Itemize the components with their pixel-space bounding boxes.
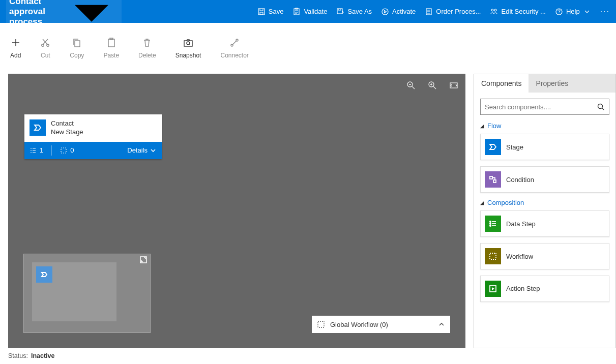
collapse-icon: ◢ <box>480 123 484 129</box>
minimap-stage-node <box>36 266 52 283</box>
security-label: Edit Security ... <box>501 8 545 15</box>
fit-screen-icon[interactable] <box>449 81 458 90</box>
paste-button[interactable]: Paste <box>103 38 119 59</box>
search-input[interactable] <box>485 103 597 111</box>
component-condition[interactable]: Condition <box>480 166 609 193</box>
more-button[interactable]: ··· <box>600 7 610 16</box>
copy-label: Copy <box>70 52 84 59</box>
status-label: Status: <box>8 352 28 359</box>
stage-icon <box>485 139 501 155</box>
connector-icon <box>229 38 240 48</box>
svg-rect-0 <box>258 9 265 15</box>
workflow-dashed-icon <box>317 320 325 328</box>
data-step-icon <box>485 216 501 232</box>
copy-button[interactable]: Copy <box>70 38 84 59</box>
svg-point-30 <box>490 225 491 226</box>
stage-steps-count: 1 <box>30 146 43 154</box>
details-button[interactable]: Details <box>127 146 157 154</box>
workflow-dashed-icon <box>60 147 67 154</box>
help-icon <box>555 8 563 16</box>
global-workflow-bar[interactable]: Global Workflow (0) <box>312 316 450 333</box>
component-label: Workflow <box>506 253 533 260</box>
search-components[interactable] <box>480 99 609 115</box>
save-as-icon <box>336 8 344 16</box>
help-label: Help <box>566 8 580 15</box>
tab-components[interactable]: Components <box>474 74 529 93</box>
app-header: Contact approval process Save Validate S… <box>0 0 616 23</box>
chevron-down-icon <box>583 8 591 16</box>
component-stage[interactable]: Stage <box>480 134 609 160</box>
component-label: Condition <box>506 176 534 184</box>
delete-button[interactable]: Delete <box>138 38 156 59</box>
save-button[interactable]: Save <box>257 8 284 16</box>
add-button[interactable]: Add <box>10 38 21 59</box>
svg-point-29 <box>490 223 491 224</box>
component-workflow[interactable]: Workflow <box>480 243 609 269</box>
process-title-dropdown[interactable]: Contact approval process <box>6 0 122 40</box>
help-button[interactable]: Help <box>555 8 591 16</box>
validate-icon <box>292 8 301 16</box>
save-as-button[interactable]: Save As <box>336 8 372 16</box>
svg-point-18 <box>236 39 238 41</box>
activate-icon <box>381 8 389 16</box>
order-icon <box>425 8 433 16</box>
component-label: Stage <box>506 143 523 151</box>
chevron-up-icon <box>438 321 445 328</box>
zoom-out-icon[interactable] <box>406 81 416 90</box>
paste-icon <box>106 38 116 48</box>
zoom-in-icon[interactable] <box>428 81 437 90</box>
activate-button[interactable]: Activate <box>381 8 416 16</box>
plus-icon <box>11 38 21 48</box>
save-icon <box>257 8 266 16</box>
component-action-step[interactable]: Action Step <box>480 276 609 302</box>
activate-label: Activate <box>392 8 416 15</box>
snapshot-button[interactable]: Snapshot <box>175 38 201 59</box>
cut-button[interactable]: Cut <box>40 38 50 59</box>
svg-rect-13 <box>108 39 114 47</box>
svg-rect-22 <box>61 148 66 153</box>
section-flow[interactable]: ◢Flow <box>480 122 609 130</box>
svg-rect-1 <box>260 12 263 15</box>
svg-point-8 <box>494 9 496 11</box>
canvas[interactable]: Contact New Stage 1 0 Det <box>8 74 465 348</box>
stage-icon <box>30 119 46 136</box>
stage-name: New Stage <box>51 128 83 137</box>
side-panel: Components Properties ◢Flow Stage Condit… <box>474 74 616 348</box>
minimap-expand-icon[interactable] <box>140 256 147 265</box>
svg-point-5 <box>382 9 388 15</box>
status-value: Inactive <box>31 352 55 359</box>
validate-button[interactable]: Validate <box>292 8 327 16</box>
security-icon <box>490 8 498 16</box>
svg-rect-21 <box>450 83 457 88</box>
minimap[interactable] <box>23 254 151 333</box>
save-label: Save <box>269 8 284 15</box>
connector-button[interactable]: Connector <box>220 38 248 59</box>
svg-rect-26 <box>490 176 492 179</box>
delete-icon <box>142 38 152 48</box>
details-label: Details <box>127 146 148 154</box>
list-icon <box>30 147 37 154</box>
chevron-down-icon <box>65 0 119 38</box>
action-step-icon <box>485 281 501 297</box>
minimap-viewport <box>32 262 116 321</box>
chevron-down-icon <box>150 147 157 154</box>
svg-point-25 <box>598 104 603 109</box>
order-label: Order Proces... <box>436 8 481 15</box>
cut-label: Cut <box>41 52 50 59</box>
copy-icon <box>72 38 82 48</box>
save-as-label: Save As <box>347 8 372 15</box>
status-bar: Status: Inactive <box>0 348 616 363</box>
svg-point-28 <box>490 221 491 222</box>
stage-card[interactable]: Contact New Stage 1 0 Det <box>24 114 162 159</box>
process-title: Contact approval process <box>9 0 62 27</box>
connector-label: Connector <box>220 52 248 59</box>
order-process-button[interactable]: Order Proces... <box>425 8 481 16</box>
edit-security-button[interactable]: Edit Security ... <box>490 8 545 16</box>
tab-properties[interactable]: Properties <box>529 74 575 93</box>
header-actions: Save Validate Save As Activate Order Pro… <box>257 7 610 16</box>
svg-point-7 <box>491 9 493 11</box>
condition-icon <box>485 171 501 188</box>
component-data-step[interactable]: Data Step <box>480 210 609 237</box>
global-workflow-label: Global Workflow (0) <box>330 321 388 328</box>
section-composition[interactable]: ◢Composition <box>480 199 609 206</box>
